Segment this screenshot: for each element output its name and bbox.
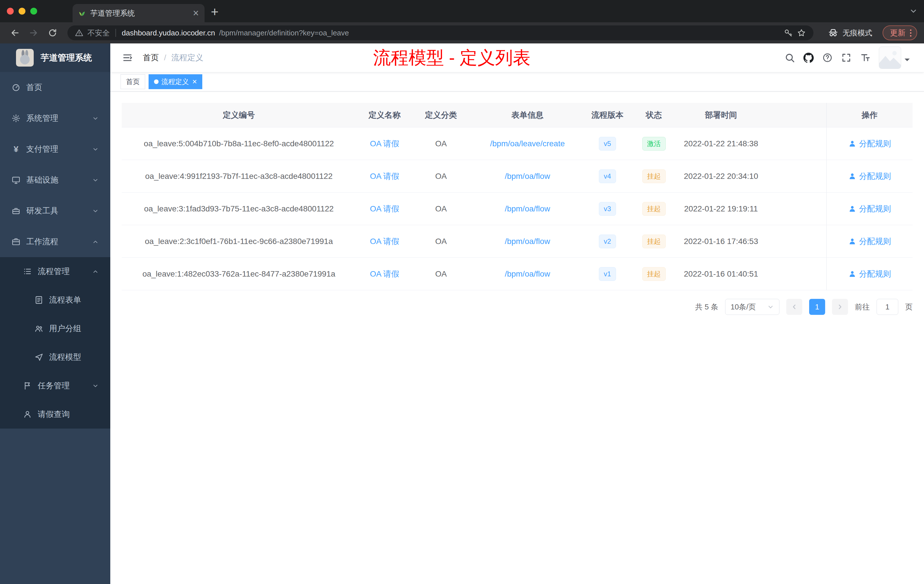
column-header: 定义名称 [356,103,413,127]
fullscreen-icon[interactable] [841,53,851,63]
new-tab-button[interactable]: + [211,5,219,18]
password-key-icon[interactable] [784,28,793,38]
column-header: 部署时间 [679,103,763,127]
assign-rule-link[interactable]: 分配规则 [848,171,891,182]
help-question-icon[interactable] [822,53,833,63]
chevron-down-icon [91,382,99,390]
chevron-down-icon [91,145,99,153]
pagination: 共 5 条 10条/页 1 前往 [122,299,912,315]
security-label[interactable]: 不安全 [87,28,110,38]
sidebar-item-process-model[interactable]: 流程模型 [0,343,110,371]
infra-icon [12,175,21,185]
close-window-button[interactable] [7,8,14,15]
page-size-select[interactable]: 10条/页 [725,299,779,315]
github-icon[interactable] [804,53,814,63]
tab-close-icon[interactable]: × [193,8,199,18]
sidebar-logo[interactable]: 芋道管理系统 [0,43,110,72]
browser-tab[interactable]: 芋道管理系统 × [73,4,205,22]
update-button[interactable]: 更新 [883,25,917,40]
cell-definition-id: oa_leave:1:482ec033-762a-11ec-8477-a2380… [122,258,356,290]
assign-rule-link[interactable]: 分配规则 [848,138,891,149]
version-tag: v4 [599,170,616,183]
sidebar-item-label: 流程管理 [38,266,86,277]
search-icon[interactable] [785,53,795,63]
refresh-button[interactable] [45,25,61,41]
prev-page-button[interactable] [786,299,802,315]
cell-deploy-time: 2022-01-22 21:48:38 [679,127,763,160]
cell-definition-id: oa_leave:2:3c1f0ef1-76b1-11ec-9c66-a2380… [122,225,356,257]
sidebar-item-payment[interactable]: ¥支付管理 [0,134,110,165]
definition-name-link[interactable]: OA 请假 [370,236,399,247]
cell-category: OA [413,225,469,257]
tag-active-dot [154,79,158,84]
tags-view: 首页流程定义× [110,72,924,91]
cell-category: OA [413,127,469,160]
version-tag: v5 [599,137,616,150]
form-info-link[interactable]: /bpm/oa/flow [505,269,550,279]
cell-definition-id: oa_leave:4:991f2193-7b7f-11ec-a3c8-acde4… [122,160,356,192]
avatar[interactable] [879,46,901,69]
sidebar-item-home[interactable]: 首页 [0,72,110,103]
tag-close-icon[interactable]: × [192,78,197,86]
tag-home[interactable]: 首页 [120,74,145,89]
assign-rule-link[interactable]: 分配规则 [848,236,891,247]
main-area: 首页 / 流程定义 流程模型 - 定义列表 [110,43,924,584]
tools-icon [12,206,21,215]
minimize-window-button[interactable] [18,8,25,15]
breadcrumb-home[interactable]: 首页 [143,52,159,63]
page-number-button[interactable]: 1 [809,299,825,315]
sidebar-item-label: 系统管理 [26,113,86,124]
zoom-window-button[interactable] [30,8,37,15]
form-info-link[interactable]: /bpm/oa/flow [505,237,550,246]
form-info-link[interactable]: /bpm/oa/leave/create [490,139,565,148]
column-header: 状态 [629,103,679,127]
sidebar-item-devtools[interactable]: 研发工具 [0,195,110,226]
tab-search-chevron-icon[interactable] [909,7,918,15]
address-bar[interactable]: 不安全 dashboard.yudao.iocoder.cn /bpm/mana… [68,25,813,40]
cell-definition-id: oa_leave:3:1fad3d93-7b75-11ec-a3c8-acde4… [122,193,356,225]
browser-toolbar: 不安全 dashboard.yudao.iocoder.cn /bpm/mana… [0,22,924,43]
workflow-icon [12,237,21,246]
status-tag: 挂起 [642,267,666,281]
sidebar-item-workflow[interactable]: 工作流程 [0,226,110,257]
forward-button[interactable] [26,25,42,41]
tag-process-definition[interactable]: 流程定义× [148,74,202,89]
sidebar-item-infrastructure[interactable]: 基础设施 [0,165,110,195]
definition-name-link[interactable]: OA 请假 [370,269,399,279]
user-menu[interactable] [879,46,910,69]
hamburger-icon[interactable] [122,53,133,63]
next-page-button[interactable] [832,299,848,315]
chevron-down-icon [91,176,99,184]
assign-rule-link[interactable]: 分配规则 [848,269,891,279]
sidebar: 芋道管理系统 首页系统管理¥支付管理基础设施研发工具工作流程流程管理流程表单用户… [0,43,110,584]
definition-name-link[interactable]: OA 请假 [370,138,399,149]
incognito-badge: 无痕模式 [828,27,872,38]
chevron-down-icon [91,114,99,122]
chevron-up-icon [91,238,99,246]
sidebar-item-process-form[interactable]: 流程表单 [0,286,110,314]
sidebar-item-leave-query[interactable]: 请假查询 [0,400,110,429]
form-info-link[interactable]: /bpm/oa/flow [505,204,550,213]
definition-name-link[interactable]: OA 请假 [370,203,399,214]
bookmark-star-icon[interactable] [797,28,806,38]
sidebar-item-user-group[interactable]: 用户分组 [0,314,110,343]
dashboard-icon [12,83,21,92]
sidebar-item-label: 支付管理 [26,144,86,155]
goto-page-input[interactable] [876,299,898,315]
definition-name-link[interactable]: OA 请假 [370,171,399,182]
breadcrumb: 首页 / 流程定义 [143,52,203,63]
table-header-row: 定义编号定义名称定义分类表单信息流程版本状态部署时间操作 [122,103,912,127]
cell-deploy-time: 2022-01-22 19:19:11 [679,193,763,225]
sidebar-item-task-manage[interactable]: 任务管理 [0,371,110,400]
breadcrumb-separator: / [164,53,166,62]
assign-rule-link[interactable]: 分配规则 [848,203,891,214]
form-info-link[interactable]: /bpm/oa/flow [505,172,550,181]
url-host: dashboard.yudao.iocoder.cn [122,28,215,38]
sidebar-item-label: 用户分组 [49,323,110,334]
sidebar-item-process-manage[interactable]: 流程管理 [0,257,110,286]
sidebar-item-system[interactable]: 系统管理 [0,103,110,134]
user-icon [23,410,32,419]
browser-menu-kebab-icon[interactable] [910,30,911,36]
back-button[interactable] [7,25,23,41]
font-size-icon[interactable] [860,53,870,63]
